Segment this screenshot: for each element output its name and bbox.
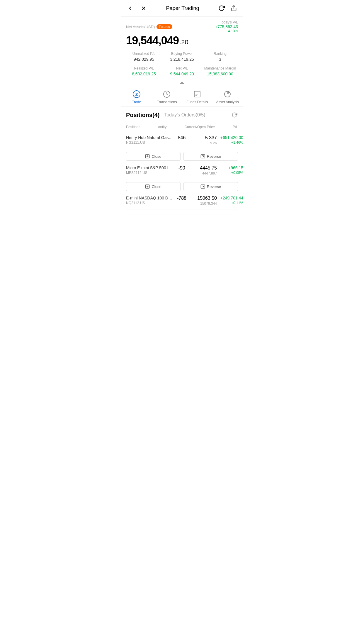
close-button-1[interactable]: Close: [126, 152, 181, 161]
position-prices-2: 4445.75 4447.897: [190, 165, 217, 175]
page-title: Paper Trading: [166, 5, 199, 11]
net-pl-label: Net P/L: [164, 66, 200, 70]
tab-trade[interactable]: Z Trade: [121, 90, 152, 104]
share-button[interactable]: [230, 4, 238, 12]
col-price: Current/Open Price: [185, 125, 215, 129]
col-positions: Positions: [126, 125, 140, 129]
position-row-1: Henry Hub Natural Gas NO.... NG2111.US 8…: [126, 132, 238, 162]
position-qty-3: -788: [173, 196, 190, 201]
tab-asset-analysis-label: Asset Analysis: [216, 100, 239, 104]
position-open-3: 15079.344: [190, 201, 217, 206]
header-right-actions: [217, 4, 238, 12]
unrealized-pl-label: Unrealized P/L: [126, 52, 162, 56]
position-actions-1: Close Reverse: [126, 149, 238, 162]
position-pl-pct-2: +0.05%: [217, 171, 243, 175]
close-button-2[interactable]: Close: [126, 182, 181, 191]
position-pl-1: +651,420.00 +1.46%: [217, 135, 243, 145]
position-pl-value-3: +249,701.44: [217, 196, 243, 200]
position-pl-value-2: +966.15: [217, 165, 243, 170]
collapse-row[interactable]: [126, 80, 238, 87]
position-open-2: 4447.897: [190, 171, 217, 175]
position-name-3: E-mini NASDAQ 100 DEC1: [126, 196, 173, 200]
ranking-stat: Ranking 3: [202, 52, 238, 62]
header: Paper Trading: [121, 0, 243, 17]
positions-header: Positions(4) Today's Orders(0/5): [126, 111, 238, 118]
position-qty-2: -90: [173, 165, 190, 171]
balance-decimal: .20: [179, 38, 188, 46]
buying-power-stat: Buying Power 3,218,419.25: [164, 52, 200, 62]
position-actions-2: Close Reverse: [126, 179, 238, 193]
position-details-3: E-mini NASDAQ 100 DEC1 NQ2112.US -788 15…: [126, 193, 238, 209]
tab-transactions-label: Transactions: [157, 100, 177, 104]
orders-title: Today's Orders(0/5): [164, 112, 205, 118]
realized-pl-label: Realized P/L: [126, 66, 162, 70]
close-button[interactable]: [140, 4, 148, 12]
back-button[interactable]: [126, 4, 134, 12]
buying-power-value: 3,218,419.25: [164, 57, 200, 62]
tab-bar: Z Trade Transactions Funds Details: [121, 87, 243, 107]
asset-analysis-icon: [223, 90, 232, 98]
position-name-2: Micro E-mini S&P 500 Inde....: [126, 165, 173, 170]
trade-icon: Z: [132, 90, 141, 98]
position-row-2: Micro E-mini S&P 500 Inde.... MES2112.US…: [126, 162, 238, 193]
tab-trade-label: Trade: [132, 100, 141, 104]
buying-power-label: Buying Power: [164, 52, 200, 56]
funds-details-icon: [193, 90, 201, 98]
ranking-label: Ranking: [202, 52, 238, 56]
position-pl-value-1: +651,420.00: [217, 135, 243, 140]
table-header: Positions antity Current/Open Price P/L: [126, 123, 238, 131]
positions-title: Positions(4): [126, 112, 159, 118]
reverse-label-1: Reverse: [207, 154, 221, 159]
realized-pl-stat: Realized P/L 8,602,019.25: [126, 66, 162, 76]
net-assets-label: Net Assets(USD): [126, 25, 155, 29]
col-pl: P/L: [233, 125, 238, 129]
reverse-label-2: Reverse: [207, 184, 221, 189]
positions-section: Positions(4) Today's Orders(0/5) Positio…: [121, 107, 243, 209]
close-label-1: Close: [152, 154, 161, 159]
position-main-1: Henry Hub Natural Gas NO.... NG2111.US 8…: [126, 135, 238, 145]
position-open-1: 5.26: [190, 141, 217, 145]
position-qty-1: 846: [173, 135, 190, 140]
tab-asset-analysis[interactable]: Asset Analysis: [212, 90, 243, 104]
today-pl-pct: +4.13%: [215, 29, 238, 33]
position-current-1: 5.337: [190, 135, 217, 140]
maintenance-margin-label: Maintenance Margin: [202, 66, 238, 70]
position-pl-2: +966.15 +0.05%: [217, 165, 243, 175]
balance-main: 19,544,049: [126, 34, 179, 47]
position-prices-3: 15063.50 15079.344: [190, 196, 217, 206]
today-pl-value: +775,862.43: [215, 24, 238, 29]
main-balance: 19,544,049 .20: [126, 34, 238, 47]
today-pl-label: Today's P/L: [215, 20, 238, 24]
col-quantity: antity: [158, 125, 167, 129]
position-pl-3: +249,701.44 +0.11%: [217, 196, 243, 205]
position-details-1: Henry Hub Natural Gas NO.... NG2111.US 8…: [126, 132, 238, 149]
net-pl-value: 9,544,049.20: [164, 72, 200, 76]
reverse-button-1[interactable]: Reverse: [183, 152, 238, 161]
position-row-3: E-mini NASDAQ 100 DEC1 NQ2112.US -788 15…: [126, 193, 238, 209]
position-pl-pct-1: +1.46%: [217, 140, 243, 145]
position-details-2: Micro E-mini S&P 500 Inde.... MES2112.US…: [126, 162, 238, 179]
tab-funds-details[interactable]: Funds Details: [182, 90, 212, 104]
position-main-3: E-mini NASDAQ 100 DEC1 NQ2112.US -788 15…: [126, 196, 238, 206]
position-current-2: 4445.75: [190, 165, 217, 171]
position-left-3: E-mini NASDAQ 100 DEC1 NQ2112.US: [126, 196, 173, 205]
account-label: Net Assets(USD) Futures: [126, 24, 172, 29]
net-pl-stat: Net P/L 9,544,049.20: [164, 66, 200, 76]
transactions-icon: [163, 90, 171, 98]
position-ticker-1: NG2111.US: [126, 140, 173, 145]
tab-funds-details-label: Funds Details: [186, 100, 208, 104]
tab-transactions[interactable]: Transactions: [152, 90, 182, 104]
reverse-button-2[interactable]: Reverse: [183, 182, 238, 191]
position-prices-1: 5.337 5.26: [190, 135, 217, 145]
chevron-up-icon: [180, 82, 184, 84]
unrealized-pl-value: 942,029.95: [126, 57, 162, 62]
stats-grid: Unrealized P/L 942,029.95 Buying Power 3…: [126, 52, 238, 80]
positions-refresh-button[interactable]: [231, 111, 238, 118]
header-left-actions: [126, 4, 148, 12]
position-left-1: Henry Hub Natural Gas NO.... NG2111.US: [126, 135, 173, 145]
unrealized-pl-stat: Unrealized P/L 942,029.95: [126, 52, 162, 62]
maintenance-margin-value: 15,383,600.00: [202, 72, 238, 76]
refresh-button[interactable]: [217, 4, 226, 12]
futures-badge: Futures: [157, 24, 172, 29]
today-pl-info: Today's P/L +775,862.43 +4.13%: [215, 20, 238, 33]
